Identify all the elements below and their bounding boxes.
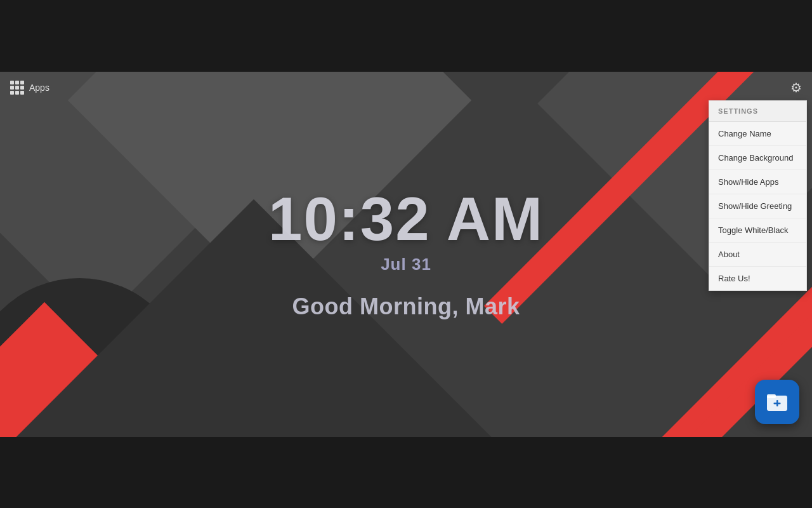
bg-shape-circle-left (0, 278, 190, 437)
apps-button[interactable]: Apps (10, 81, 49, 95)
top-bar: Apps ⚙ (0, 72, 812, 104)
menu-item-rate-us[interactable]: Rate Us! (709, 267, 806, 290)
settings-menu: SETTINGS Change Name Change Background S… (709, 100, 807, 291)
menu-item-change-background[interactable]: Change Background (709, 146, 806, 170)
clock-time: 10:32 AM (268, 189, 544, 250)
menu-item-show-hide-greeting[interactable]: Show/Hide Greeting (709, 194, 806, 218)
app-container: Apps ⚙ 10:32 AM Jul 31 Good Morning, Mar… (0, 72, 812, 437)
greeting-text: Good Morning, Mark (268, 293, 544, 320)
svg-rect-1 (767, 394, 776, 398)
settings-gear-button[interactable]: ⚙ (790, 80, 802, 95)
gear-icon: ⚙ (790, 81, 802, 95)
bg-shape-red-left (0, 302, 179, 436)
add-folder-icon (764, 389, 790, 415)
clock-date: Jul 31 (268, 255, 544, 274)
settings-menu-header: SETTINGS (709, 101, 806, 122)
apps-grid-icon (10, 81, 24, 95)
menu-item-about[interactable]: About (709, 243, 806, 267)
menu-item-toggle-white-black[interactable]: Toggle White/Black (709, 218, 806, 243)
menu-item-change-name[interactable]: Change Name (709, 122, 806, 146)
add-button[interactable] (755, 380, 799, 424)
main-content: 10:32 AM Jul 31 Good Morning, Mark (268, 189, 544, 320)
apps-label: Apps (29, 83, 49, 93)
menu-item-show-hide-apps[interactable]: Show/Hide Apps (709, 170, 806, 194)
svg-rect-3 (774, 403, 781, 404)
